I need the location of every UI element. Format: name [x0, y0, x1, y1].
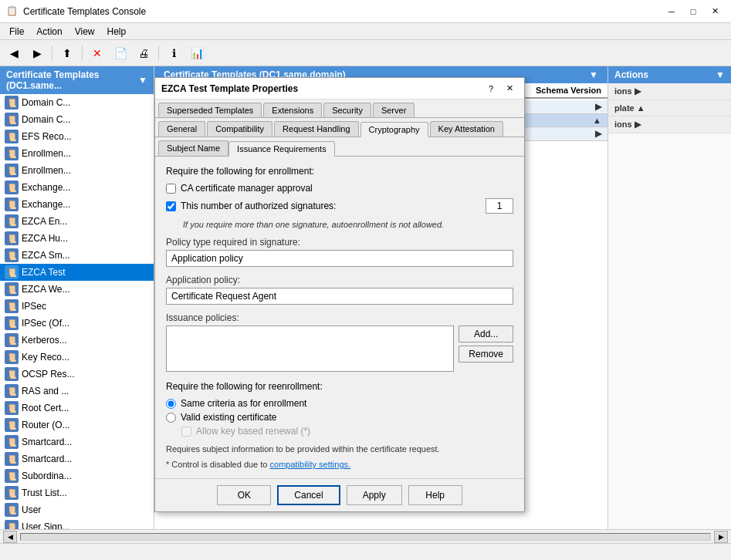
tab-compatibility[interactable]: Compatibility: [207, 121, 272, 137]
valid-existing-row: Valid existing certificate: [166, 412, 513, 423]
control-note-row: * Control is disabled due to compatibili…: [166, 460, 513, 469]
tab-key-attestation[interactable]: Key Attestation: [430, 121, 503, 137]
key-renewal-checkbox: [181, 427, 191, 437]
dialog-overlay: EZCA Test Template Properties ? ✕ Supers…: [0, 0, 731, 560]
enrollment-section-title: Require the following for enrollment:: [166, 166, 513, 177]
key-renewal-row: Allow key based renewal (*): [181, 426, 513, 437]
autoenrollment-info: If you require more than one signature, …: [183, 220, 513, 229]
same-criteria-radio[interactable]: [166, 399, 176, 409]
ca-approval-label: CA certificate manager approval: [181, 183, 313, 194]
tab-security[interactable]: Security: [323, 103, 371, 117]
app-policy-label: Application policy:: [166, 275, 513, 285]
add-button[interactable]: Add...: [459, 326, 513, 342]
tab-superseded[interactable]: Superseded Templates: [158, 103, 262, 117]
remove-button[interactable]: Remove: [459, 346, 513, 363]
key-renewal-label: Allow key based renewal (*): [196, 426, 310, 437]
issuance-policies-textarea[interactable]: [166, 326, 454, 372]
reenrollment-title: Require the following for reenrollment:: [166, 381, 513, 392]
tab-bar-row2: General Compatibility Request Handling C…: [155, 118, 524, 137]
ca-approval-checkbox[interactable]: [166, 184, 176, 194]
compatibility-settings-link[interactable]: compatibility settings.: [270, 460, 351, 469]
policy-type-select-row: Application policy Issuance policy: [166, 250, 513, 267]
ok-button[interactable]: OK: [217, 485, 271, 505]
tab-subject-name[interactable]: Subject Name: [158, 140, 228, 156]
apply-button[interactable]: Apply: [347, 485, 402, 505]
requires-text: Requires subject information to be provi…: [166, 444, 513, 454]
issuance-policies-row: Add... Remove: [166, 326, 513, 372]
reenrollment-section: Require the following for reenrollment: …: [166, 381, 513, 437]
dialog-title-bar: EZCA Test Template Properties ? ✕: [155, 78, 524, 100]
dialog-content: Require the following for enrollment: CA…: [155, 157, 524, 478]
sig-count-checkbox[interactable]: [166, 201, 176, 211]
valid-existing-radio[interactable]: [166, 413, 176, 423]
valid-existing-label: Valid existing certificate: [181, 412, 277, 423]
dialog-help-btn[interactable]: ?: [482, 82, 499, 96]
dialog-close-btn[interactable]: ✕: [501, 82, 518, 96]
tab-extensions[interactable]: Extensions: [263, 103, 322, 117]
help-button[interactable]: Help: [408, 485, 462, 505]
same-criteria-label: Same criteria as for enrollment: [181, 398, 306, 409]
ca-approval-row: CA certificate manager approval: [166, 183, 513, 194]
sig-count-input[interactable]: [486, 198, 513, 214]
sub-tab-bar: Subject Name Issuance Requirements: [155, 137, 524, 157]
tab-issuance-requirements[interactable]: Issuance Requirements: [228, 141, 335, 157]
dialog-title-buttons: ? ✕: [482, 82, 518, 96]
same-criteria-row: Same criteria as for enrollment: [166, 398, 513, 409]
sig-count-label: This number of authorized signatures:: [181, 201, 481, 211]
control-note-text: * Control is disabled due to: [166, 460, 267, 469]
dialog-footer: OK Cancel Apply Help: [155, 478, 524, 511]
policy-type-select[interactable]: Application policy Issuance policy: [166, 250, 513, 267]
policy-type-label: Policy type required in signature:: [166, 237, 513, 248]
properties-dialog: EZCA Test Template Properties ? ✕ Supers…: [154, 77, 525, 512]
tab-cryptography[interactable]: Cryptography: [360, 122, 428, 137]
tab-server[interactable]: Server: [373, 103, 415, 117]
signature-count-row: This number of authorized signatures:: [166, 198, 513, 214]
app-policy-select[interactable]: Certificate Request Agent Any Purpose Mi…: [166, 288, 513, 305]
issuance-buttons: Add... Remove: [459, 326, 513, 372]
tab-general[interactable]: General: [158, 121, 205, 137]
app-policy-select-row: Certificate Request Agent Any Purpose Mi…: [166, 288, 513, 305]
issuance-policies-label: Issuance policies:: [166, 312, 513, 323]
cancel-button[interactable]: Cancel: [277, 485, 340, 505]
dialog-title-text: EZCA Test Template Properties: [161, 83, 482, 94]
tab-request-handling[interactable]: Request Handling: [274, 121, 358, 137]
tab-bar-row1: Superseded Templates Extensions Security…: [155, 100, 524, 118]
